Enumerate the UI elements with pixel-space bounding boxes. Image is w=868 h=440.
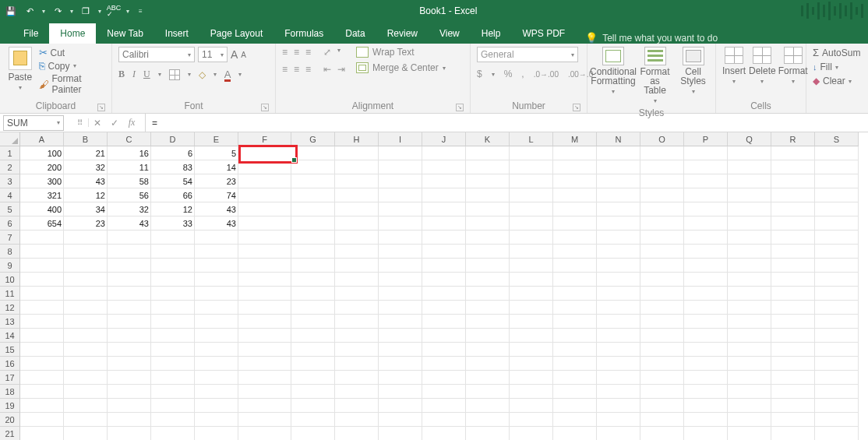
cell-G5[interactable] (291, 202, 335, 216)
cell-K5[interactable] (466, 202, 510, 216)
cell-A4[interactable]: 321 (20, 188, 64, 202)
tell-me-search[interactable]: 💡Tell me what you want to do (585, 32, 718, 44)
cell-H21[interactable] (335, 427, 379, 440)
align-top-icon[interactable]: ≡ (282, 47, 288, 58)
cell-Q2[interactable] (728, 160, 771, 174)
cell-G7[interactable] (291, 231, 335, 245)
cell-D8[interactable] (151, 245, 195, 259)
cell-H18[interactable] (335, 385, 379, 399)
cell-H4[interactable] (335, 188, 379, 202)
worksheet[interactable]: ABCDEFGHIJKLMNOPQRS 12345678910111213141… (0, 132, 868, 440)
insert-cells-button[interactable]: Insert▾ (722, 47, 746, 85)
cell-J15[interactable] (422, 343, 466, 357)
cell-K7[interactable] (466, 231, 510, 245)
cell-H16[interactable] (335, 357, 379, 371)
row-header-9[interactable]: 9 (0, 259, 20, 273)
cell-S11[interactable] (815, 287, 859, 301)
cell-G18[interactable] (291, 385, 335, 399)
cell-P2[interactable] (684, 160, 728, 174)
fx-icon[interactable]: fx (123, 117, 140, 128)
cell-J21[interactable] (422, 427, 466, 440)
increase-indent-icon[interactable]: ⇥ (337, 64, 345, 75)
wrap-text-button[interactable]: Wrap Text (356, 47, 446, 58)
cell-J12[interactable] (422, 301, 466, 315)
column-header-I[interactable]: I (379, 132, 422, 146)
cell-K4[interactable] (466, 188, 510, 202)
cell-M15[interactable] (553, 343, 597, 357)
cell-S7[interactable] (815, 231, 859, 245)
cell-E5[interactable]: 43 (195, 202, 238, 216)
cell-R18[interactable] (771, 385, 815, 399)
cell-E6[interactable]: 43 (195, 216, 238, 231)
cell-H17[interactable] (335, 371, 379, 385)
cell-C16[interactable] (108, 357, 151, 371)
italic-button[interactable]: I (132, 69, 136, 80)
cell-O1[interactable] (640, 146, 684, 160)
cell-M20[interactable] (553, 413, 597, 427)
cell-F21[interactable] (238, 427, 291, 440)
cell-A19[interactable] (20, 399, 64, 413)
cell-D16[interactable] (151, 357, 195, 371)
column-header-M[interactable]: M (553, 132, 597, 146)
cell-Q14[interactable] (728, 329, 771, 343)
cell-J14[interactable] (422, 329, 466, 343)
cell-F13[interactable] (238, 315, 291, 329)
cell-D17[interactable] (151, 371, 195, 385)
cell-E7[interactable] (195, 231, 238, 245)
cell-F9[interactable] (238, 259, 291, 273)
cell-G14[interactable] (291, 329, 335, 343)
format-cells-button[interactable]: Format▾ (779, 47, 807, 85)
cell-I10[interactable] (379, 273, 422, 287)
cell-N1[interactable] (597, 146, 640, 160)
cell-H3[interactable] (335, 174, 379, 188)
tab-data[interactable]: Data (334, 23, 376, 44)
cell-L18[interactable] (510, 385, 553, 399)
cell-M8[interactable] (553, 245, 597, 259)
cell-P1[interactable] (684, 146, 728, 160)
cell-M5[interactable] (553, 202, 597, 216)
cell-M10[interactable] (553, 273, 597, 287)
cell-P9[interactable] (684, 259, 728, 273)
cell-I15[interactable] (379, 343, 422, 357)
cell-B10[interactable] (64, 273, 108, 287)
dup-menu[interactable]: ▾ (98, 8, 101, 15)
underline-button[interactable]: U (143, 69, 150, 80)
cell-L1[interactable] (510, 146, 553, 160)
cell-L2[interactable] (510, 160, 553, 174)
cell-E13[interactable] (195, 315, 238, 329)
cell-I21[interactable] (379, 427, 422, 440)
fill-color-button[interactable]: ◇ (199, 69, 206, 80)
cell-F12[interactable] (238, 301, 291, 315)
cell-F11[interactable] (238, 287, 291, 301)
cell-N20[interactable] (597, 413, 640, 427)
cell-B9[interactable] (64, 259, 108, 273)
cell-C7[interactable] (108, 231, 151, 245)
cell-P3[interactable] (684, 174, 728, 188)
cell-H9[interactable] (335, 259, 379, 273)
cell-Q3[interactable] (728, 174, 771, 188)
cut-button[interactable]: ✂Cut (39, 47, 106, 58)
cell-I19[interactable] (379, 399, 422, 413)
cell-N2[interactable] (597, 160, 640, 174)
cell-O15[interactable] (640, 343, 684, 357)
cell-K9[interactable] (466, 259, 510, 273)
duplicate-icon[interactable]: ❐ (79, 5, 92, 17)
cell-J20[interactable] (422, 413, 466, 427)
cell-J4[interactable] (422, 188, 466, 202)
align-middle-icon[interactable]: ≡ (294, 47, 299, 58)
cell-F2[interactable] (238, 160, 291, 174)
cell-O6[interactable] (640, 216, 684, 231)
cell-F18[interactable] (238, 385, 291, 399)
cell-H14[interactable] (335, 329, 379, 343)
align-left-icon[interactable]: ≡ (282, 64, 288, 75)
cell-B1[interactable]: 21 (64, 146, 108, 160)
cell-E16[interactable] (195, 357, 238, 371)
cell-C18[interactable] (108, 385, 151, 399)
cell-L8[interactable] (510, 245, 553, 259)
cell-R5[interactable] (771, 202, 815, 216)
cell-L15[interactable] (510, 343, 553, 357)
cell-Q8[interactable] (728, 245, 771, 259)
cell-A9[interactable] (20, 259, 64, 273)
copy-button[interactable]: ⎘Copy▾ (39, 60, 106, 72)
cell-R12[interactable] (771, 301, 815, 315)
